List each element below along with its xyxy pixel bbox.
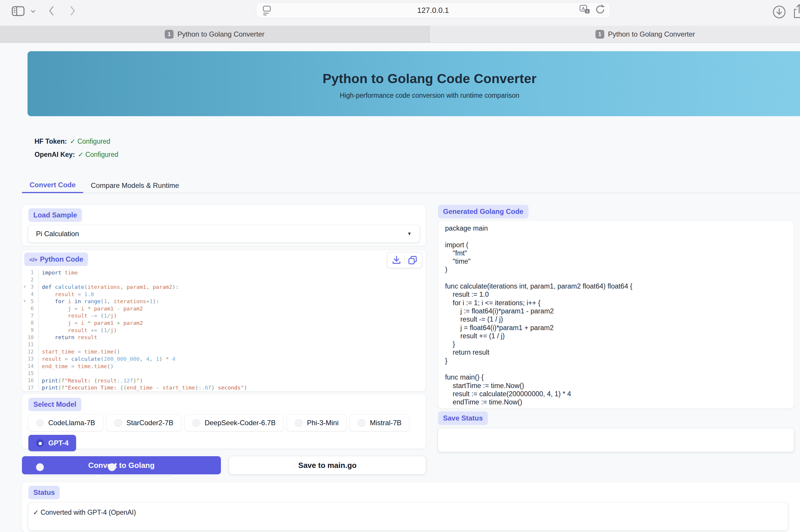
model-label: StarCoder2-7B xyxy=(127,419,173,427)
back-icon[interactable] xyxy=(47,4,56,18)
golang-code-line xyxy=(445,365,787,373)
python-code-line: 3∨def calculate(iterations, param1, para… xyxy=(22,283,426,290)
url-text: 127.0.0.1 xyxy=(256,6,610,15)
fold-chevron-icon[interactable]: ∨ xyxy=(23,299,26,303)
sample-select[interactable]: Pi Calculation ▼ xyxy=(28,225,419,242)
golang-code-line: } xyxy=(445,357,787,365)
python-code-line: 16print(f"Result: {result:.12f}") xyxy=(22,377,426,384)
golang-code-line: } xyxy=(445,340,787,348)
code-icon: </> xyxy=(29,256,37,263)
golang-code-line: package main xyxy=(445,224,787,232)
translate-icon[interactable]: Ax xyxy=(579,4,591,17)
svg-text:A: A xyxy=(582,6,585,11)
convert-button[interactable]: Convert to Golang xyxy=(22,456,221,474)
select-caret-icon: ▼ xyxy=(407,231,412,236)
tab-convert-code[interactable]: Convert Code xyxy=(22,178,83,193)
hf-token-row: HF Token: ✓ Configured xyxy=(35,137,118,146)
python-code-line: 17print(f"Execution Time: {(end_time - s… xyxy=(22,384,426,392)
openai-key-row: OpenAI Key: ✓ Configured xyxy=(35,151,118,158)
line-number: 6 xyxy=(22,305,39,312)
hf-token-status: ✓ Configured xyxy=(70,137,110,146)
page-subtitle: High-performance code conversion with ru… xyxy=(27,92,800,99)
line-number: 5∨ xyxy=(22,298,39,305)
status-message: ✓ Converted with GPT-4 (OpenAI) xyxy=(33,509,136,516)
line-number: 12 xyxy=(22,348,39,356)
model-label: Mistral-7B xyxy=(370,419,401,427)
python-code-lines[interactable]: 1import time23∨def calculate(iterations,… xyxy=(22,269,426,391)
fold-chevron-icon[interactable]: ∨ xyxy=(23,284,26,288)
model-label: Phi-3-Mini xyxy=(307,419,339,427)
golang-code-line: "fmt" xyxy=(445,249,787,257)
svg-text:x: x xyxy=(586,10,588,14)
address-bar[interactable]: 127.0.0.1 Ax xyxy=(256,2,610,18)
action-buttons: Convert to Golang Save to main.go xyxy=(22,456,426,474)
line-number: 17 xyxy=(22,384,39,392)
forward-icon[interactable] xyxy=(68,4,77,18)
app-tabs: Convert Code Compare Models & Runtime xyxy=(22,178,800,193)
downloads-icon[interactable] xyxy=(771,4,787,20)
model-chip-phi-3-mini[interactable]: Phi-3-Mini xyxy=(287,415,346,431)
radio-icon xyxy=(114,419,122,427)
radio-icon xyxy=(36,463,44,471)
tab-title: Python to Golang Converter xyxy=(177,30,265,38)
model-chip-gpt-4[interactable]: GPT-4 xyxy=(28,435,76,451)
browser-tab-2[interactable]: 1 Python to Golang Converter xyxy=(430,26,800,42)
tab-compare-models[interactable]: Compare Models & Runtime xyxy=(83,178,186,193)
radio-icon xyxy=(192,419,200,427)
line-number: 16 xyxy=(22,377,39,384)
tab-badge: 1 xyxy=(595,30,604,39)
api-status: HF Token: ✓ Configured OpenAI Key: ✓ Con… xyxy=(35,137,118,164)
python-code-line: 12start_time = time.time() xyxy=(22,348,426,356)
python-code-line: 13result = calculate(200_000_000, 4, 1) … xyxy=(22,355,426,363)
python-code-line: 5∨ for i in range(1, iterations+1): xyxy=(22,298,426,305)
line-number: 13 xyxy=(22,355,39,363)
model-chip-mistral-7b[interactable]: Mistral-7B xyxy=(350,415,409,431)
golang-code-card[interactable]: package mainimport ( "fmt" "time")func c… xyxy=(438,221,794,408)
select-model-card: Select Model CodeLlama-7BStarCoder2-7BDe… xyxy=(22,394,426,449)
golang-code-line: for i := 1; i <= iterations; i++ { xyxy=(445,299,787,307)
status-card: Status ✓ Converted with GPT-4 (OpenAI) xyxy=(22,482,800,532)
status-message-box: ✓ Converted with GPT-4 (OpenAI) xyxy=(28,503,788,530)
openai-key-label: OpenAI Key: xyxy=(35,151,75,158)
model-chip-starcoder2-7b[interactable]: StarCoder2-7B xyxy=(107,415,181,431)
line-number: 11 xyxy=(22,341,39,348)
save-status-box xyxy=(438,429,794,452)
copy-code-icon[interactable] xyxy=(406,253,419,267)
download-code-icon[interactable] xyxy=(390,253,403,267)
golang-output-label: Generated Golang Code xyxy=(438,205,529,218)
python-code-line: 2 xyxy=(22,276,426,284)
golang-code-line: result -= (1 / j) xyxy=(445,315,787,323)
model-chip-deepseek-coder-6.7b[interactable]: DeepSeek-Coder-6.7B xyxy=(185,415,283,431)
save-status-label: Save Status xyxy=(438,412,488,425)
chevron-down-icon[interactable] xyxy=(29,8,37,15)
left-column: Load Sample Pi Calculation ▼ </>Python C… xyxy=(22,205,426,474)
python-code-line: 7 result -= (1/j) xyxy=(22,312,426,320)
load-sample-label: Load Sample xyxy=(28,208,82,222)
tab-badge: 1 xyxy=(165,30,173,39)
model-label: GPT-4 xyxy=(48,439,69,447)
share-icon[interactable] xyxy=(793,3,800,20)
radio-icon xyxy=(108,463,116,471)
right-column: Generated Golang Code package mainimport… xyxy=(438,205,794,452)
radio-icon xyxy=(36,439,44,447)
status-label: Status xyxy=(28,486,60,499)
select-model-label: Select Model xyxy=(28,398,81,411)
line-number: 15 xyxy=(22,369,39,377)
sidebar-toggle-icon[interactable] xyxy=(11,5,26,18)
line-number: 10 xyxy=(22,334,39,341)
tab-bar: 1 Python to Golang Converter 1 Python to… xyxy=(0,26,800,43)
browser-tab-1[interactable]: 1 Python to Golang Converter xyxy=(0,26,430,42)
python-code-line: 14end_time = time.time() xyxy=(22,363,426,370)
save-button[interactable]: Save to main.go xyxy=(229,456,426,474)
radio-icon xyxy=(36,419,44,427)
golang-code-line: endTime := time.Now() xyxy=(445,398,787,406)
golang-code-line xyxy=(445,274,787,282)
radio-icon xyxy=(358,419,365,427)
line-number: 8 xyxy=(22,319,39,327)
page-title: Python to Golang Code Converter xyxy=(27,51,800,86)
golang-code-line xyxy=(445,232,787,241)
model-chip-codellama-7b[interactable]: CodeLlama-7B xyxy=(28,415,103,431)
reload-icon[interactable] xyxy=(595,4,606,17)
line-number: 9 xyxy=(22,327,39,334)
golang-code-line: result := calculate(200000000, 4, 1) * 4 xyxy=(445,390,787,398)
